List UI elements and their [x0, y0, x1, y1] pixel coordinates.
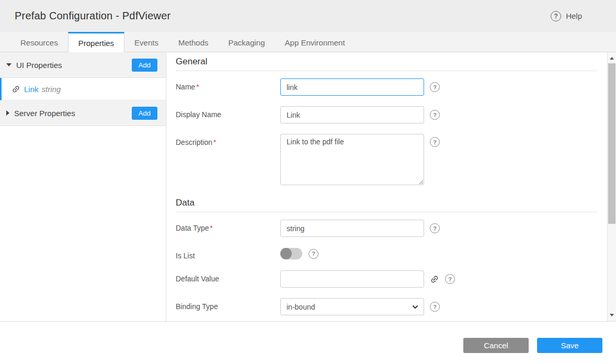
add-server-property-button[interactable]: Add [132, 107, 157, 120]
label-text: Name [176, 83, 195, 91]
property-type: string [42, 85, 61, 94]
help-icon[interactable]: ? [430, 82, 440, 92]
form-row-name: Name* ? [176, 78, 597, 96]
field-control: ? [280, 106, 440, 123]
field-label: Binding Type [176, 298, 280, 315]
form-row-description: Description* Link to the pdf file ? [176, 134, 597, 185]
tab-label: Methods [178, 38, 209, 47]
field-control: ? [280, 247, 318, 260]
properties-sidebar: UI Properties Add Link string Server Pro… [0, 52, 166, 321]
property-name: Link [24, 85, 39, 94]
scroll-up-arrow-icon[interactable] [610, 57, 614, 60]
help-icon[interactable]: ? [430, 137, 440, 147]
label-text: Data Type [176, 224, 209, 232]
sidebar-item-link[interactable]: Link string [0, 78, 166, 100]
tab-app-environment[interactable]: App Environment [275, 32, 355, 52]
form-row-binding-type: Binding Type in-bound ? [176, 298, 597, 315]
help-icon[interactable]: ? [430, 223, 440, 233]
label-text: Default Value [176, 275, 219, 283]
tab-bar: Resources Properties Events Methods Pack… [0, 32, 616, 52]
tab-label: Packaging [228, 38, 265, 47]
sidebar-group-server-properties[interactable]: Server Properties Add [0, 100, 166, 126]
section-title-data: Data [176, 198, 597, 212]
caret-down-icon [6, 63, 12, 66]
binding-type-select-wrap: in-bound [280, 298, 424, 315]
help-icon[interactable]: ? [430, 110, 440, 120]
form-row-default-value: Default Value ? [176, 270, 597, 288]
help-icon[interactable]: ? [309, 249, 318, 259]
display-name-input[interactable] [280, 106, 424, 123]
tab-methods[interactable]: Methods [168, 32, 219, 52]
section-title-general: General [176, 56, 597, 71]
form-row-display-name: Display Name ? [176, 106, 597, 123]
is-list-toggle[interactable] [280, 248, 302, 259]
help-label: Help [566, 12, 582, 20]
field-control: ? [280, 78, 440, 96]
field-control: ? [280, 220, 440, 237]
tab-label: Properties [78, 39, 114, 48]
help-icon: ? [551, 11, 561, 21]
dialog-header: Prefab Configuration - PdfViewer ? Help [0, 0, 616, 32]
help-icon[interactable]: ? [430, 302, 440, 312]
save-button[interactable]: Save [537, 338, 602, 353]
tab-label: Resources [20, 38, 58, 47]
field-label: Name* [176, 78, 280, 96]
vertical-scrollbar[interactable] [607, 52, 616, 321]
bind-variable-button[interactable] [430, 275, 439, 284]
field-label: Display Name [176, 106, 280, 123]
default-value-input[interactable] [280, 270, 424, 288]
scroll-down-arrow-icon[interactable] [610, 314, 614, 316]
form-row-is-list: Is List ? [176, 247, 597, 260]
form-row-data-type: Data Type* ? [176, 220, 597, 237]
cancel-button[interactable]: Cancel [463, 338, 529, 353]
label-text: Is List [176, 252, 195, 260]
field-control: ? [280, 270, 455, 288]
help-icon[interactable]: ? [445, 274, 455, 284]
tab-properties[interactable]: Properties [68, 32, 124, 52]
label-text: Description [176, 138, 212, 146]
field-control: in-bound ? [280, 298, 440, 315]
link-icon [430, 275, 439, 284]
scrollbar-thumb[interactable] [608, 63, 615, 224]
required-marker: * [210, 224, 213, 232]
name-input[interactable] [280, 78, 424, 96]
add-ui-property-button[interactable]: Add [132, 59, 157, 72]
data-type-input[interactable] [280, 220, 424, 237]
toggle-knob [280, 248, 292, 259]
field-label: Is List [176, 247, 280, 260]
label-text: Binding Type [176, 302, 218, 311]
field-label: Description* [176, 134, 280, 185]
property-form: General Name* ? Display Name ? Descripti… [166, 52, 607, 321]
group-label: UI Properties [16, 61, 132, 70]
dialog-body: UI Properties Add Link string Server Pro… [0, 52, 616, 321]
prefab-configuration-dialog: Prefab Configuration - PdfViewer ? Help … [0, 0, 616, 364]
tab-resources[interactable]: Resources [10, 32, 68, 52]
group-label: Server Properties [14, 109, 132, 118]
sidebar-group-ui-properties[interactable]: UI Properties Add [0, 52, 166, 78]
field-control: Link to the pdf file ? [280, 134, 440, 185]
dialog-footer: Cancel Save [0, 321, 616, 364]
binding-type-select[interactable]: in-bound [280, 298, 424, 315]
field-label: Default Value [176, 270, 280, 288]
tab-packaging[interactable]: Packaging [218, 32, 275, 52]
description-textarea[interactable]: Link to the pdf file [280, 134, 424, 185]
tab-label: App Environment [285, 38, 345, 47]
page-title: Prefab Configuration - PdfViewer [15, 10, 170, 22]
required-marker: * [196, 83, 199, 91]
tab-label: Events [134, 38, 158, 47]
caret-right-icon [6, 110, 9, 116]
link-icon [12, 85, 20, 94]
required-marker: * [213, 138, 216, 146]
help-button[interactable]: ? Help [551, 11, 582, 21]
label-text: Display Name [176, 110, 221, 119]
field-label: Data Type* [176, 220, 280, 237]
tab-events[interactable]: Events [124, 32, 168, 52]
